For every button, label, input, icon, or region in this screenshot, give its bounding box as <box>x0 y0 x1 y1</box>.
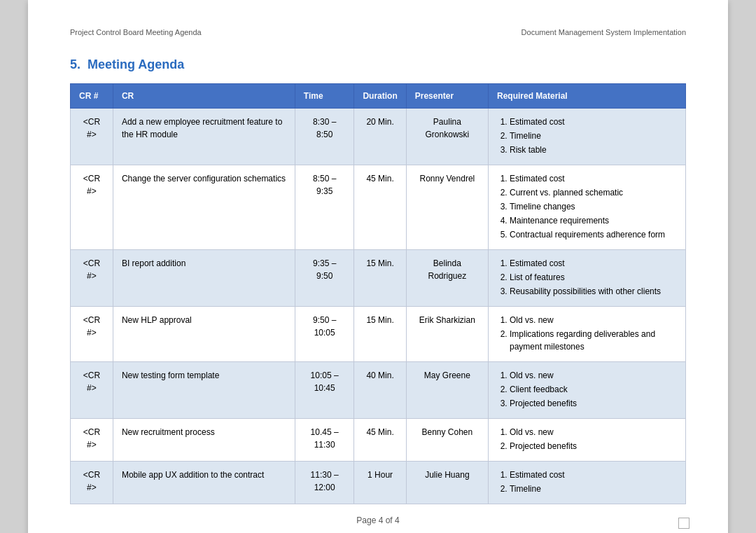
table-row: <CR #>New testing form template10:05 – 1… <box>71 362 686 419</box>
cell-time: 8:30 – 8:50 <box>295 109 354 165</box>
material-item: Estimated cost <box>510 469 677 481</box>
cell-presenter: Benny Cohen <box>406 419 488 462</box>
cell-duration: 45 Min. <box>354 165 406 250</box>
cell-material: Estimated costCurrent vs. planned schema… <box>488 165 685 250</box>
col-header-duration: Duration <box>354 84 406 109</box>
col-header-material: Required Material <box>488 84 685 109</box>
page: Project Control Board Meeting Agenda Doc… <box>28 0 728 533</box>
table-row: <CR #>New HLP approval9:50 – 10:0515 Min… <box>71 307 686 362</box>
cell-cr-num: <CR #> <box>71 165 113 250</box>
table-row: <CR #>Add a new employee recruitment fea… <box>71 109 686 165</box>
cell-presenter: Erik Sharkizian <box>406 307 488 362</box>
cell-duration: 15 Min. <box>354 307 406 362</box>
col-header-time: Time <box>295 84 354 109</box>
material-item: Old vs. new <box>510 369 677 382</box>
col-header-cr: CR <box>113 84 295 109</box>
cell-cr-num: <CR #> <box>71 419 113 462</box>
material-item: Old vs. new <box>510 426 677 438</box>
material-item: Old vs. new <box>510 314 677 326</box>
cell-cr: New HLP approval <box>113 307 295 362</box>
cell-material: Estimated costTimeline <box>488 462 685 504</box>
col-header-cr-num: CR # <box>71 84 113 109</box>
cell-material: Estimated costTimelineRisk table <box>488 109 685 165</box>
cell-cr-num: <CR #> <box>71 109 113 165</box>
cell-duration: 15 Min. <box>354 250 406 307</box>
footer-text: Page 4 of 4 <box>356 515 399 525</box>
cell-presenter: Julie Huang <box>406 462 488 504</box>
header-left: Project Control Board Meeting Agenda <box>70 28 202 36</box>
material-item: Contractual requirements adherence form <box>510 228 677 241</box>
material-item: Estimated cost <box>510 172 677 185</box>
cell-cr: New recruitment process <box>113 419 295 462</box>
cell-cr-num: <CR #> <box>71 250 113 307</box>
cell-time: 10:05 – 10:45 <box>295 362 354 419</box>
cell-cr: New testing form template <box>113 362 295 419</box>
table-row: <CR #>New recruitment process10.45 – 11:… <box>71 419 686 462</box>
cell-presenter: Belinda Rodriguez <box>406 250 488 307</box>
cell-presenter: Paulina Gronkowski <box>406 109 488 165</box>
cell-material: Estimated costList of featuresReusabilit… <box>488 250 685 307</box>
cell-cr: Mobile app UX addition to the contract <box>113 462 295 504</box>
cell-presenter: May Greene <box>406 362 488 419</box>
material-item: Estimated cost <box>510 116 677 128</box>
header-right: Document Management System Implementatio… <box>522 28 686 36</box>
material-item: Risk table <box>510 144 677 156</box>
col-header-presenter: Presenter <box>406 84 488 109</box>
page-header: Project Control Board Meeting Agenda Doc… <box>70 28 686 36</box>
corner-box <box>678 518 690 529</box>
cell-duration: 45 Min. <box>354 419 406 462</box>
cell-duration: 1 Hour <box>354 462 406 504</box>
page-footer: Page 4 of 4 <box>28 515 728 525</box>
material-item: Timeline changes <box>510 200 677 213</box>
material-item: Projected benefits <box>510 440 677 452</box>
material-item: Client feedback <box>510 383 677 396</box>
cell-cr: BI report addition <box>113 250 295 307</box>
material-item: Maintenance requirements <box>510 214 677 227</box>
material-item: Estimated cost <box>510 257 677 270</box>
cell-presenter: Ronny Vendrel <box>406 165 488 250</box>
cell-material: Old vs. newImplications regarding delive… <box>488 307 685 362</box>
material-item: Timeline <box>510 483 677 495</box>
table-row: <CR #>BI report addition9:35 – 9:5015 Mi… <box>71 250 686 307</box>
cell-material: Old vs. newClient feedbackProjected bene… <box>488 362 685 419</box>
table-row: <CR #>Change the server configuration sc… <box>71 165 686 250</box>
table-row: <CR #>Mobile app UX addition to the cont… <box>71 462 686 504</box>
cell-time: 9:35 – 9:50 <box>295 250 354 307</box>
material-item: Projected benefits <box>510 397 677 410</box>
material-item: List of features <box>510 271 677 284</box>
agenda-table: CR # CR Time Duration Presenter Required… <box>70 83 686 504</box>
cell-duration: 20 Min. <box>354 109 406 165</box>
cell-time: 9:50 – 10:05 <box>295 307 354 362</box>
cell-cr: Change the server configuration schemati… <box>113 165 295 250</box>
cell-material: Old vs. newProjected benefits <box>488 419 685 462</box>
material-item: Implications regarding deliverables and … <box>510 328 677 353</box>
cell-time: 10.45 – 11:30 <box>295 419 354 462</box>
cell-cr: Add a new employee recruitment feature t… <box>113 109 295 165</box>
cell-duration: 40 Min. <box>354 362 406 419</box>
cell-cr-num: <CR #> <box>71 307 113 362</box>
cell-cr-num: <CR #> <box>71 462 113 504</box>
cell-time: 11:30 – 12:00 <box>295 462 354 504</box>
material-item: Current vs. planned schematic <box>510 186 677 199</box>
cell-time: 8:50 – 9:35 <box>295 165 354 250</box>
section-title: 5. Meeting Agenda <box>70 57 686 72</box>
material-item: Timeline <box>510 130 677 142</box>
cell-cr-num: <CR #> <box>71 362 113 419</box>
material-item: Reusability possibilities with other cli… <box>510 285 677 298</box>
table-header-row: CR # CR Time Duration Presenter Required… <box>71 84 686 109</box>
